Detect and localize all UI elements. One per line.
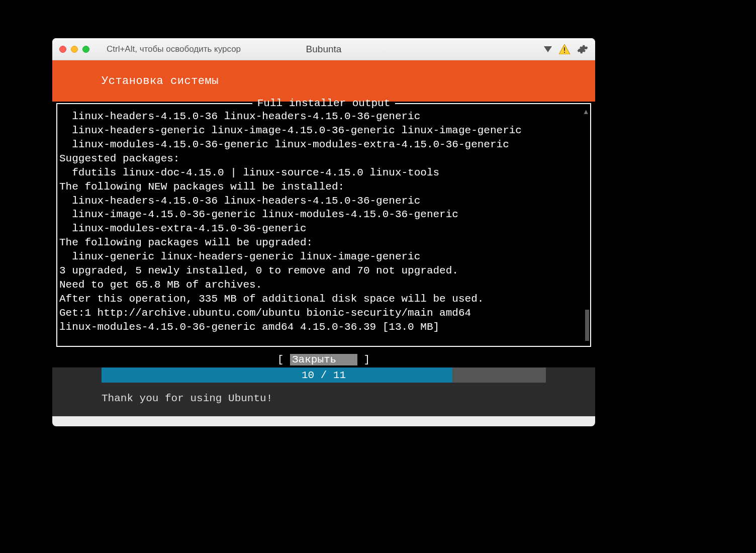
gear-icon[interactable] [577, 44, 588, 55]
terminal-area: Full installer output ▲ linux-headers-4.… [52, 102, 595, 353]
titlebar-right-controls [544, 44, 588, 55]
installer-footer: [ Закрыть ] 10 / 11 Thank you for using … [52, 353, 595, 416]
scroll-up-icon[interactable]: ▲ [584, 108, 588, 117]
close-button[interactable]: [ Закрыть ] [277, 354, 370, 365]
scrollbar-thumb[interactable] [585, 310, 589, 341]
button-row: [ Закрыть ] [52, 353, 595, 367]
terminal-frame: Full installer output ▲ linux-headers-4.… [56, 104, 591, 347]
window-close-button[interactable] [59, 46, 66, 53]
terminal-title: Full installer output [252, 97, 396, 111]
thanks-message: Thank you for using Ubuntu! [52, 383, 595, 416]
close-button-label: Закрыть [292, 354, 336, 365]
capture-hint: Ctrl+Alt, чтобы освободить курсор [107, 44, 241, 54]
progress-bar: 10 / 11 [102, 367, 546, 383]
titlebar: Ctrl+Alt, чтобы освободить курсор Bubunt… [52, 38, 595, 60]
warning-icon[interactable] [559, 44, 570, 54]
vm-window: Ctrl+Alt, чтобы освободить курсор Bubunt… [52, 38, 595, 426]
traffic-lights [59, 46, 89, 53]
progress-row: 10 / 11 [52, 367, 595, 383]
window-zoom-button[interactable] [82, 46, 89, 53]
svg-rect-2 [564, 47, 565, 51]
install-header-label: Установка системы [102, 75, 219, 87]
dropdown-icon[interactable] [544, 46, 552, 52]
terminal-title-row: Full installer output [56, 97, 591, 111]
svg-rect-3 [564, 52, 565, 53]
svg-marker-0 [544, 46, 552, 52]
install-header: Установка системы [52, 60, 595, 102]
window-minimize-button[interactable] [71, 46, 78, 53]
progress-label: 10 / 11 [102, 367, 546, 383]
terminal-output[interactable]: linux-headers-4.15.0-36 linux-headers-4.… [59, 107, 588, 334]
